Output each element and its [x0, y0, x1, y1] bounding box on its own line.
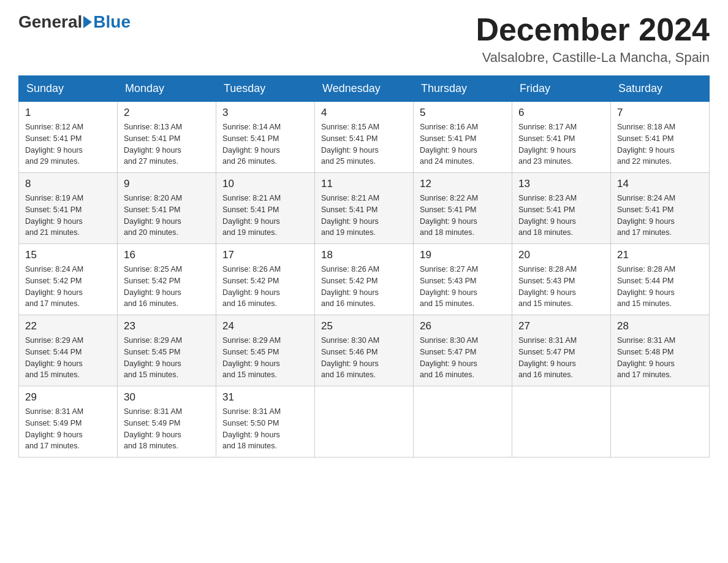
- day-number: 24: [222, 320, 308, 332]
- day-number: 11: [321, 178, 407, 190]
- day-info: Sunrise: 8:14 AMSunset: 5:41 PMDaylight:…: [222, 121, 308, 167]
- day-info: Sunrise: 8:21 AMSunset: 5:41 PMDaylight:…: [222, 193, 308, 239]
- day-info: Sunrise: 8:24 AMSunset: 5:41 PMDaylight:…: [617, 193, 703, 239]
- calendar-cell: 7Sunrise: 8:18 AMSunset: 5:41 PMDaylight…: [611, 102, 710, 173]
- calendar-cell: 14Sunrise: 8:24 AMSunset: 5:41 PMDayligh…: [611, 173, 710, 244]
- calendar-cell: 31Sunrise: 8:31 AMSunset: 5:50 PMDayligh…: [216, 386, 315, 458]
- calendar-cell: 5Sunrise: 8:16 AMSunset: 5:41 PMDaylight…: [414, 102, 512, 173]
- calendar-week-row: 8Sunrise: 8:19 AMSunset: 5:41 PMDaylight…: [19, 173, 710, 244]
- day-info: Sunrise: 8:19 AMSunset: 5:41 PMDaylight:…: [25, 193, 111, 239]
- day-info: Sunrise: 8:31 AMSunset: 5:49 PMDaylight:…: [124, 406, 210, 452]
- day-info: Sunrise: 8:15 AMSunset: 5:41 PMDaylight:…: [321, 121, 407, 167]
- day-number: 7: [617, 107, 703, 119]
- calendar-cell: 18Sunrise: 8:26 AMSunset: 5:42 PMDayligh…: [315, 244, 414, 315]
- logo-blue-text: Blue: [93, 12, 131, 32]
- day-number: 8: [25, 178, 111, 190]
- day-number: 31: [222, 391, 308, 404]
- calendar-cell: 24Sunrise: 8:29 AMSunset: 5:45 PMDayligh…: [216, 315, 315, 386]
- calendar-cell: 15Sunrise: 8:24 AMSunset: 5:42 PMDayligh…: [19, 244, 118, 315]
- day-number: 30: [124, 391, 210, 404]
- calendar-cell: 9Sunrise: 8:20 AMSunset: 5:41 PMDaylight…: [118, 173, 216, 244]
- calendar-week-row: 15Sunrise: 8:24 AMSunset: 5:42 PMDayligh…: [19, 244, 710, 315]
- day-number: 26: [420, 320, 506, 332]
- day-info: Sunrise: 8:29 AMSunset: 5:44 PMDaylight:…: [25, 335, 111, 381]
- calendar-cell: [611, 386, 710, 458]
- calendar-cell: 19Sunrise: 8:27 AMSunset: 5:43 PMDayligh…: [414, 244, 512, 315]
- logo-general-text: General: [18, 12, 82, 32]
- day-number: 9: [124, 178, 210, 190]
- logo-arrow-icon: [83, 16, 92, 28]
- calendar-cell: 30Sunrise: 8:31 AMSunset: 5:49 PMDayligh…: [118, 386, 216, 458]
- page-header: General Blue December 2024 Valsalobre, C…: [18, 12, 710, 66]
- day-info: Sunrise: 8:26 AMSunset: 5:42 PMDaylight:…: [321, 264, 407, 310]
- day-number: 3: [222, 107, 308, 119]
- calendar-cell: 29Sunrise: 8:31 AMSunset: 5:49 PMDayligh…: [19, 386, 118, 458]
- day-number: 18: [321, 249, 407, 261]
- day-info: Sunrise: 8:16 AMSunset: 5:41 PMDaylight:…: [420, 121, 506, 167]
- col-header-monday: Monday: [118, 76, 216, 102]
- day-number: 10: [222, 178, 308, 190]
- day-number: 29: [25, 391, 111, 404]
- day-info: Sunrise: 8:29 AMSunset: 5:45 PMDaylight:…: [222, 335, 308, 381]
- day-number: 28: [617, 320, 703, 332]
- day-info: Sunrise: 8:12 AMSunset: 5:41 PMDaylight:…: [25, 121, 111, 167]
- day-number: 27: [518, 320, 604, 332]
- logo: General Blue: [18, 12, 131, 32]
- day-info: Sunrise: 8:28 AMSunset: 5:43 PMDaylight:…: [518, 264, 604, 310]
- day-number: 13: [518, 178, 604, 190]
- day-info: Sunrise: 8:24 AMSunset: 5:42 PMDaylight:…: [25, 264, 111, 310]
- calendar-cell: [512, 386, 611, 458]
- calendar-week-row: 22Sunrise: 8:29 AMSunset: 5:44 PMDayligh…: [19, 315, 710, 386]
- col-header-sunday: Sunday: [19, 76, 118, 102]
- calendar-cell: 13Sunrise: 8:23 AMSunset: 5:41 PMDayligh…: [512, 173, 611, 244]
- calendar-cell: 10Sunrise: 8:21 AMSunset: 5:41 PMDayligh…: [216, 173, 315, 244]
- day-number: 16: [124, 249, 210, 261]
- calendar-cell: 11Sunrise: 8:21 AMSunset: 5:41 PMDayligh…: [315, 173, 414, 244]
- calendar-cell: 28Sunrise: 8:31 AMSunset: 5:48 PMDayligh…: [611, 315, 710, 386]
- calendar-cell: 8Sunrise: 8:19 AMSunset: 5:41 PMDaylight…: [19, 173, 118, 244]
- day-info: Sunrise: 8:30 AMSunset: 5:46 PMDaylight:…: [321, 335, 407, 381]
- location-title: Valsalobre, Castille-La Mancha, Spain: [476, 50, 710, 66]
- day-number: 15: [25, 249, 111, 261]
- day-number: 22: [25, 320, 111, 332]
- day-info: Sunrise: 8:23 AMSunset: 5:41 PMDaylight:…: [518, 193, 604, 239]
- calendar-cell: 25Sunrise: 8:30 AMSunset: 5:46 PMDayligh…: [315, 315, 414, 386]
- day-number: 4: [321, 107, 407, 119]
- calendar-cell: 2Sunrise: 8:13 AMSunset: 5:41 PMDaylight…: [118, 102, 216, 173]
- col-header-thursday: Thursday: [414, 76, 512, 102]
- calendar-cell: 4Sunrise: 8:15 AMSunset: 5:41 PMDaylight…: [315, 102, 414, 173]
- day-info: Sunrise: 8:18 AMSunset: 5:41 PMDaylight:…: [617, 121, 703, 167]
- day-number: 6: [518, 107, 604, 119]
- day-info: Sunrise: 8:31 AMSunset: 5:49 PMDaylight:…: [25, 406, 111, 452]
- day-info: Sunrise: 8:21 AMSunset: 5:41 PMDaylight:…: [321, 193, 407, 239]
- calendar-cell: 27Sunrise: 8:31 AMSunset: 5:47 PMDayligh…: [512, 315, 611, 386]
- day-number: 17: [222, 249, 308, 261]
- day-number: 2: [124, 107, 210, 119]
- calendar-cell: 23Sunrise: 8:29 AMSunset: 5:45 PMDayligh…: [118, 315, 216, 386]
- day-info: Sunrise: 8:27 AMSunset: 5:43 PMDaylight:…: [420, 264, 506, 310]
- calendar-week-row: 1Sunrise: 8:12 AMSunset: 5:41 PMDaylight…: [19, 102, 710, 173]
- title-section: December 2024 Valsalobre, Castille-La Ma…: [476, 12, 710, 66]
- day-number: 25: [321, 320, 407, 332]
- calendar-cell: 21Sunrise: 8:28 AMSunset: 5:44 PMDayligh…: [611, 244, 710, 315]
- day-number: 1: [25, 107, 111, 119]
- col-header-saturday: Saturday: [611, 76, 710, 102]
- day-number: 5: [420, 107, 506, 119]
- calendar-cell: 20Sunrise: 8:28 AMSunset: 5:43 PMDayligh…: [512, 244, 611, 315]
- day-info: Sunrise: 8:22 AMSunset: 5:41 PMDaylight:…: [420, 193, 506, 239]
- calendar-cell: [315, 386, 414, 458]
- day-info: Sunrise: 8:17 AMSunset: 5:41 PMDaylight:…: [518, 121, 604, 167]
- day-number: 21: [617, 249, 703, 261]
- day-info: Sunrise: 8:28 AMSunset: 5:44 PMDaylight:…: [617, 264, 703, 310]
- day-number: 20: [518, 249, 604, 261]
- calendar-cell: 17Sunrise: 8:26 AMSunset: 5:42 PMDayligh…: [216, 244, 315, 315]
- calendar-cell: 3Sunrise: 8:14 AMSunset: 5:41 PMDaylight…: [216, 102, 315, 173]
- calendar-cell: 22Sunrise: 8:29 AMSunset: 5:44 PMDayligh…: [19, 315, 118, 386]
- calendar-cell: 16Sunrise: 8:25 AMSunset: 5:42 PMDayligh…: [118, 244, 216, 315]
- day-info: Sunrise: 8:30 AMSunset: 5:47 PMDaylight:…: [420, 335, 506, 381]
- calendar-table: SundayMondayTuesdayWednesdayThursdayFrid…: [18, 75, 710, 458]
- calendar-week-row: 29Sunrise: 8:31 AMSunset: 5:49 PMDayligh…: [19, 386, 710, 458]
- day-number: 23: [124, 320, 210, 332]
- day-info: Sunrise: 8:29 AMSunset: 5:45 PMDaylight:…: [124, 335, 210, 381]
- col-header-tuesday: Tuesday: [216, 76, 315, 102]
